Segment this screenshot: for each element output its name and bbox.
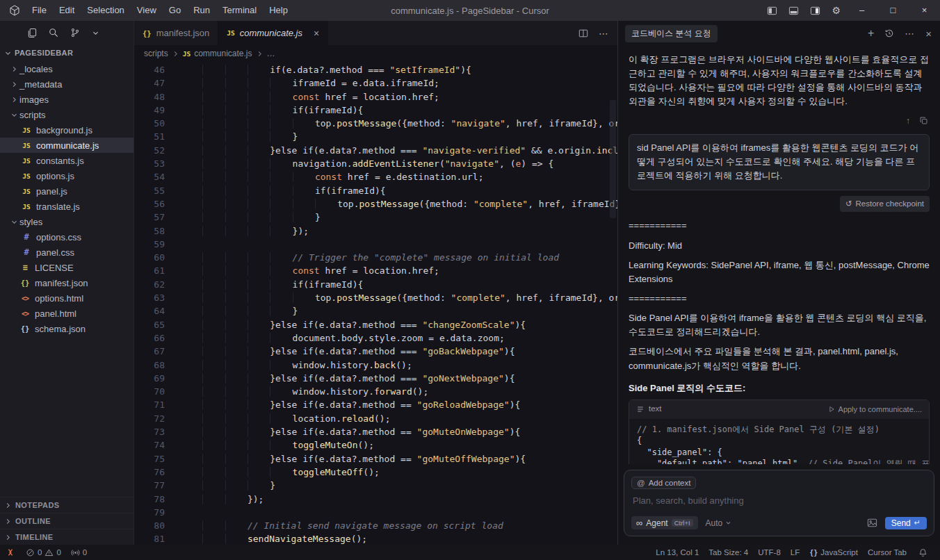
file-communicate.js[interactable]: JScommunicate.js: [0, 138, 133, 153]
file-constants.js[interactable]: JSconstants.js: [0, 153, 133, 168]
menu-go[interactable]: Go: [163, 0, 187, 21]
code-line[interactable]: 56 top.postMessage({method: "complete", …: [134, 197, 617, 211]
remote-indicator[interactable]: [0, 545, 21, 560]
code-line[interactable]: 77 }: [134, 479, 617, 492]
code-line[interactable]: 55 if(iframeId){: [134, 184, 617, 197]
code-line[interactable]: 60 // Trigger the "complete" message on …: [134, 251, 617, 264]
menu-edit[interactable]: Edit: [53, 0, 81, 21]
code-line[interactable]: 58 });: [134, 224, 617, 238]
agent-mode-button[interactable]: ∞AgentCtrl+I: [631, 516, 698, 529]
file-panel.css[interactable]: #panel.css: [0, 245, 133, 260]
code-line[interactable]: 78 });: [134, 493, 617, 506]
close-chat-icon[interactable]: ×: [925, 28, 932, 40]
menu-selection[interactable]: Selection: [81, 0, 130, 21]
apply-button[interactable]: Apply to communicate....: [828, 404, 922, 415]
close-window-button[interactable]: ×: [909, 0, 940, 21]
code-line[interactable]: 57 }: [134, 211, 617, 224]
menu-help[interactable]: Help: [263, 0, 294, 21]
code-line[interactable]: 75 }else if(e.data?.method == "goMuteOff…: [134, 452, 617, 466]
code-line[interactable]: 80 // Initial send navigate message on s…: [134, 519, 617, 532]
chat-tab[interactable]: 코드베이스 분석 요청: [625, 25, 718, 42]
maximize-button[interactable]: □: [877, 0, 909, 21]
minimize-button[interactable]: –: [846, 0, 877, 21]
code-line[interactable]: 53 navigation.addEventListener("navigate…: [134, 157, 617, 170]
tab-communicate.js[interactable]: JScommunicate.js×: [218, 21, 328, 45]
code-line[interactable]: 51 }: [134, 130, 617, 143]
gear-icon[interactable]: ⚙: [826, 5, 846, 16]
code-line[interactable]: 59: [134, 238, 617, 251]
toggle-panel-icon[interactable]: [783, 6, 804, 16]
file-manifest.json[interactable]: {}manifest.json: [0, 275, 133, 290]
restore-checkpoint-button[interactable]: ↺Restore checkpoint: [840, 196, 930, 213]
code-line[interactable]: 54 const href = e.destination.url;: [134, 170, 617, 183]
folder-scripts[interactable]: scripts: [0, 107, 133, 122]
chat-input-placeholder[interactable]: Plan, search, build anything: [633, 495, 925, 506]
code-line[interactable]: 61 const href = location.href;: [134, 264, 617, 277]
copy-icon[interactable]: [919, 115, 928, 128]
ports-indicator[interactable]: 0: [66, 548, 92, 557]
file-options.js[interactable]: JSoptions.js: [0, 168, 133, 183]
new-chat-icon[interactable]: +: [868, 27, 874, 40]
chat-more-icon[interactable]: ⋯: [905, 28, 915, 39]
code-line[interactable]: 65 }else if(e.data?.method === "changeZo…: [134, 318, 617, 331]
chevron-down-icon[interactable]: [92, 29, 99, 37]
code-line[interactable]: 63 top.postMessage({method: "complete", …: [134, 291, 617, 304]
file-LICENSE[interactable]: ≡LICENSE: [0, 260, 133, 275]
problems-indicator[interactable]: 0 0: [21, 548, 66, 557]
code-line[interactable]: 66 document.body.style.zoom = e.data.zoo…: [134, 331, 617, 345]
code-line[interactable]: 49 if(iframeId){: [134, 104, 617, 117]
add-context-button[interactable]: @Add context: [631, 477, 696, 489]
file-translate.js[interactable]: JStranslate.js: [0, 199, 133, 214]
pages-icon[interactable]: [26, 28, 37, 38]
folder-images[interactable]: images: [0, 92, 133, 107]
sidebar-section-notepads[interactable]: NOTEPADS: [0, 497, 133, 513]
code-line[interactable]: 52 }else if(e.data?.method === "navigate…: [134, 144, 617, 157]
eol-indicator[interactable]: LF: [786, 548, 804, 557]
toggle-primary-sidebar-icon[interactable]: [761, 6, 783, 16]
send-button[interactable]: Send↵: [885, 517, 927, 529]
file-panel.js[interactable]: JSpanel.js: [0, 183, 133, 199]
code-line[interactable]: 74 toggleMuteOn();: [134, 438, 617, 452]
breadcrumb-overflow[interactable]: …: [267, 49, 275, 58]
file-options.html[interactable]: <>options.html: [0, 290, 133, 306]
code-line[interactable]: 73 }else if(e.data?.method == "goMuteOnW…: [134, 425, 617, 438]
breadcrumb-folder[interactable]: scripts: [144, 49, 168, 58]
file-background.js[interactable]: JSbackground.js: [0, 122, 133, 138]
sidebar-section-outline[interactable]: OUTLINE: [0, 513, 133, 529]
code-line[interactable]: 48 const href = location.href;: [134, 90, 617, 104]
sidebar-section-timeline[interactable]: TIMELINE: [0, 529, 133, 545]
attach-image-icon[interactable]: [867, 518, 877, 528]
toggle-secondary-sidebar-icon[interactable]: [804, 6, 826, 16]
editor-scrollbar[interactable]: [610, 100, 616, 218]
close-tab-icon[interactable]: ×: [314, 28, 319, 39]
code-line[interactable]: 68 window.history.back();: [134, 359, 617, 372]
encoding-indicator[interactable]: UTF-8: [753, 548, 786, 557]
notifications-bell-icon[interactable]: [911, 548, 934, 557]
cursor-position[interactable]: Ln 13, Col 1: [651, 548, 704, 557]
code-line[interactable]: 46 if(e.data?.method === "setIframeId"){: [134, 63, 617, 76]
tab-size-indicator[interactable]: Tab Size: 4: [704, 548, 753, 557]
folder-styles[interactable]: styles: [0, 214, 133, 229]
editor-more-actions-icon[interactable]: ⋯: [599, 28, 609, 39]
code-line[interactable]: 79: [134, 506, 617, 519]
menu-file[interactable]: File: [26, 0, 53, 21]
code-line[interactable]: 70 window.history.forward();: [134, 385, 617, 398]
code-line[interactable]: 81 sendNavigateMessage();: [134, 532, 617, 545]
menu-run[interactable]: Run: [187, 0, 216, 21]
file-panel.html[interactable]: <>panel.html: [0, 306, 133, 321]
cursor-tab-status[interactable]: Cursor Tab: [863, 548, 911, 557]
history-icon[interactable]: [884, 28, 894, 38]
file-schema.json[interactable]: {}schema.json: [0, 321, 133, 336]
code-line[interactable]: 64 }: [134, 304, 617, 318]
code-line[interactable]: 47 iframeId = e.data.iframeId;: [134, 76, 617, 90]
code-line[interactable]: 71 }else if(e.data?.method == "goReloadW…: [134, 398, 617, 411]
tab-manifest.json[interactable]: {}manifest.json: [134, 21, 218, 45]
scroll-up-icon[interactable]: ↑: [906, 115, 910, 128]
model-selector[interactable]: Auto: [706, 518, 732, 528]
menu-view[interactable]: View: [131, 0, 163, 21]
chat-input-box[interactable]: @Add context Plan, search, build anythin…: [624, 470, 934, 536]
code-line[interactable]: 62 if(iframeId){: [134, 278, 617, 291]
menu-terminal[interactable]: Terminal: [216, 0, 263, 21]
split-editor-icon[interactable]: [578, 28, 588, 38]
git-branch-icon[interactable]: [70, 28, 80, 38]
